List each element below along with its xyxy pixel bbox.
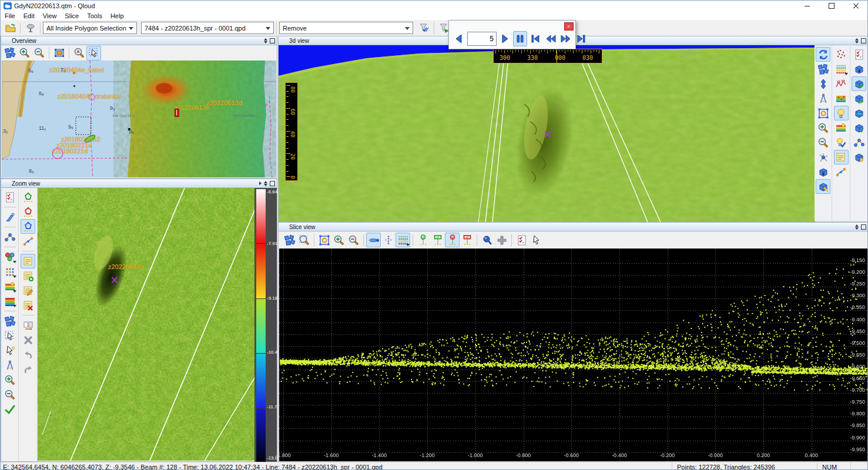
exaggeration-button[interactable]	[852, 120, 866, 135]
validate-checklist-button[interactable]	[852, 47, 866, 62]
pause-button[interactable]	[513, 31, 527, 46]
zoom-in-button[interactable]	[331, 233, 346, 247]
draw-line-button[interactable]	[852, 135, 866, 150]
select-polygon-blue-button[interactable]	[21, 219, 35, 234]
zoom-out-button[interactable]	[346, 233, 361, 247]
validate-checklist-button[interactable]	[2, 190, 17, 204]
open-project-button[interactable]	[3, 21, 18, 35]
select-rect-button[interactable]	[2, 328, 17, 343]
swath-cursor-button[interactable]	[529, 233, 544, 247]
view-all-button[interactable]	[2, 314, 17, 328]
illumination-auto-button[interactable]	[834, 135, 849, 150]
zoom-point-button[interactable]	[72, 46, 86, 61]
zoom-in-button[interactable]	[2, 372, 17, 387]
select-line-button[interactable]	[21, 234, 35, 249]
maximize-panel-button[interactable]	[861, 224, 866, 230]
apply-filter-button[interactable]	[417, 21, 431, 35]
maximize-panel-button[interactable]	[270, 38, 275, 43]
go-first-button[interactable]	[528, 31, 542, 46]
go-last-button[interactable]	[574, 31, 588, 46]
reject-rect-button[interactable]	[460, 233, 474, 247]
zoom-in-button[interactable]	[17, 46, 32, 61]
deselect-polygon-red-button[interactable]	[21, 204, 35, 219]
zoom-out-button[interactable]	[2, 387, 17, 402]
show-soundings-button[interactable]	[834, 91, 849, 106]
note-edit-button[interactable]	[21, 283, 35, 298]
select-swath-button[interactable]	[2, 343, 17, 358]
panel-expand-icon[interactable]	[259, 182, 262, 185]
zoom-window-button[interactable]	[52, 46, 66, 61]
view-all-button[interactable]	[816, 62, 830, 76]
view3d-scene[interactable]: 300330000030 806040200	[279, 45, 815, 222]
popup-close-button[interactable]	[564, 22, 574, 31]
pick-probe-button[interactable]	[2, 210, 17, 224]
redo-button[interactable]	[21, 362, 35, 377]
delete-points-button[interactable]	[21, 333, 35, 347]
stereo-view-button[interactable]	[852, 106, 866, 120]
accept-button[interactable]	[2, 402, 17, 417]
step-back-button[interactable]	[452, 31, 466, 46]
set-pivot-button[interactable]	[816, 150, 830, 164]
accept-circle-button[interactable]	[415, 233, 430, 247]
split-panel-button[interactable]	[264, 181, 267, 186]
zoom-out-button[interactable]	[816, 135, 830, 150]
menu-tools[interactable]: Tools	[83, 12, 106, 19]
action-combo[interactable]: Remove	[279, 22, 413, 34]
color-grid-button[interactable]	[396, 233, 410, 247]
menu-edit[interactable]: Edit	[19, 12, 39, 19]
split-panel-button[interactable]	[264, 38, 267, 43]
resize-grip[interactable]	[850, 462, 868, 470]
probe-button[interactable]	[23, 21, 38, 35]
split-panel-button[interactable]	[855, 38, 859, 43]
view-settings-button[interactable]	[816, 179, 830, 194]
color-scale-button[interactable]	[834, 120, 849, 135]
sun-illumination-button[interactable]	[2, 279, 17, 294]
point-column-button[interactable]	[381, 233, 396, 247]
menu-slice[interactable]: Slice	[61, 12, 83, 19]
measure-button[interactable]	[2, 358, 17, 372]
highlight-button[interactable]	[852, 150, 866, 164]
illumination-button[interactable]	[834, 106, 849, 120]
undo-button[interactable]	[21, 347, 35, 362]
menu-file[interactable]: File	[1, 12, 19, 19]
fast-forward-button[interactable]	[559, 31, 573, 46]
reject-circle-button[interactable]	[445, 233, 460, 247]
inspect-point-button[interactable]	[480, 233, 494, 247]
zoom-out-button[interactable]	[32, 46, 46, 61]
zoom-window-button[interactable]	[317, 233, 331, 247]
profile-line-button[interactable]	[2, 230, 17, 244]
point-display-button[interactable]	[2, 250, 17, 264]
close-button[interactable]	[844, 1, 868, 11]
note-delete-button[interactable]	[21, 298, 35, 313]
split-panel-button[interactable]	[855, 224, 859, 230]
snapshot-button[interactable]	[852, 62, 866, 76]
play-button[interactable]	[498, 31, 512, 46]
show-points-button[interactable]	[834, 47, 849, 62]
rewind-button[interactable]	[544, 31, 558, 46]
flip-edit-button[interactable]	[21, 318, 35, 333]
select-polygon-green-button[interactable]	[21, 190, 35, 204]
matrix-display-button[interactable]	[2, 264, 17, 279]
note-add-button[interactable]	[21, 268, 35, 283]
show-wireframe-button[interactable]	[834, 76, 849, 91]
camera-view-button[interactable]	[816, 164, 830, 179]
rotate-view-button[interactable]	[816, 47, 830, 62]
maximize-panel-button[interactable]	[861, 38, 866, 43]
maximize-button[interactable]	[819, 1, 844, 11]
environment-button[interactable]	[852, 91, 866, 106]
validate-checklist-button[interactable]	[514, 233, 529, 247]
notes-button[interactable]	[21, 254, 35, 268]
zoom-map[interactable]: z20220613h	[38, 188, 254, 461]
line-combo[interactable]: 7484 - z20220613h_spr - 0001.qpd	[141, 22, 274, 34]
zoom-in-button[interactable]	[816, 120, 830, 135]
view-all-button[interactable]	[282, 233, 297, 247]
maximize-panel-button[interactable]	[270, 181, 275, 186]
select-cursor-button[interactable]	[86, 46, 101, 61]
zoom-select-button[interactable]	[297, 233, 311, 247]
color-matrix-button[interactable]	[834, 62, 849, 76]
menu-view[interactable]: View	[39, 12, 61, 19]
selection-mode-combo[interactable]: All Inside Polygon Selection	[43, 22, 137, 34]
frame-number-input[interactable]	[467, 32, 497, 46]
add-point-button[interactable]	[494, 233, 509, 247]
minimize-button[interactable]	[795, 1, 819, 11]
